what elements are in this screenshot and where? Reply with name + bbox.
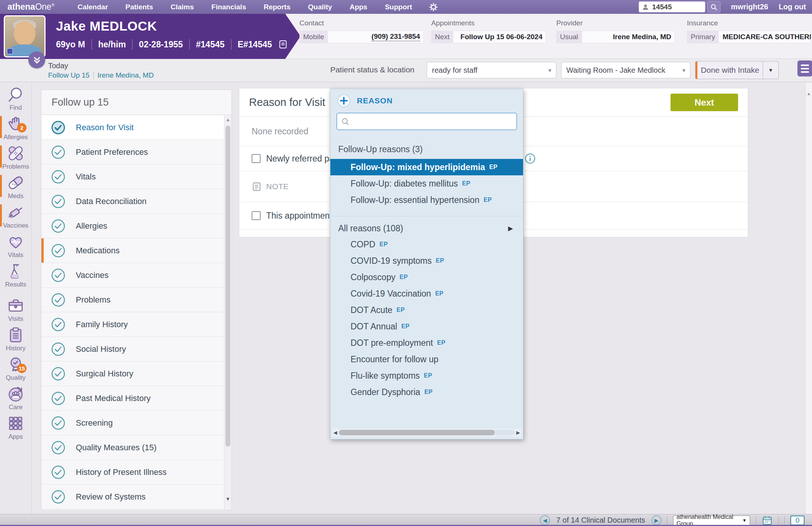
scrollbar-thumb[interactable] xyxy=(225,126,230,447)
reason-option-flu-like-symptoms[interactable]: Flu-like symptoms EP xyxy=(330,367,523,384)
checklist-item-medications[interactable]: Medications xyxy=(41,238,224,263)
scroll-up-icon[interactable]: ▲ xyxy=(224,117,231,122)
checklist-item-screening[interactable]: Screening xyxy=(41,411,224,435)
sidebar-item-history[interactable]: History xyxy=(0,325,31,354)
top-nav: athenaOne® Calendar Patients Claims Fina… xyxy=(0,0,812,14)
this-appointment-checkbox[interactable] xyxy=(252,211,261,220)
sidebar-item-results[interactable]: Results xyxy=(0,261,31,290)
checklist-item-family-history[interactable]: Family History xyxy=(41,312,224,337)
username[interactable]: mwright26 xyxy=(731,3,768,11)
scroll-down-icon[interactable]: ▼ xyxy=(224,496,231,502)
checklist-item-surgical-history[interactable]: Surgical History xyxy=(41,361,224,386)
checklist-scrollbar[interactable]: ▲ ▼ xyxy=(224,115,231,510)
sidebar-item-problems[interactable]: Problems xyxy=(0,143,31,172)
nav-support[interactable]: Support xyxy=(385,3,412,11)
checklist-item-history-of-present-illness[interactable]: History of Present Illness xyxy=(41,460,224,485)
add-reason-button[interactable]: REASON xyxy=(330,89,523,108)
scroll-right-icon[interactable]: ▶ xyxy=(515,430,521,435)
intake-dropdown-caret[interactable]: ▼ xyxy=(763,62,778,79)
previous-document-button[interactable]: ◀ xyxy=(540,515,550,525)
reason-option-text: Colposcopy xyxy=(351,272,395,282)
reason-search-box[interactable] xyxy=(336,113,517,130)
reason-option-colposcopy[interactable]: Colposcopy EP xyxy=(330,269,523,285)
nav-patients[interactable]: Patients xyxy=(125,3,153,11)
sidebar-item-visits[interactable]: Visits xyxy=(0,295,31,325)
checklist-item-data-reconciliation[interactable]: Data Reconciliation xyxy=(41,189,224,214)
nav-claims[interactable]: Claims xyxy=(171,3,194,11)
sidebar-item-meds[interactable]: Meds xyxy=(0,172,31,202)
reason-search-input[interactable] xyxy=(353,117,513,126)
sidebar-item-quality[interactable]: Quality 15 xyxy=(0,354,31,383)
sidebar-item-allergies[interactable]: Allergies 2 xyxy=(0,113,31,143)
all-reasons-expandable[interactable]: All reasons (108) ▶ xyxy=(330,220,523,236)
nav-reports[interactable]: Reports xyxy=(264,3,290,11)
mobile-value[interactable]: (909) 231-9854 xyxy=(371,32,420,41)
briefcase-icon xyxy=(7,297,24,314)
sidebar-item-apps[interactable]: Apps xyxy=(0,413,31,442)
task-counter-box[interactable]: 0 xyxy=(790,516,805,525)
checklist-item-problems[interactable]: Problems xyxy=(41,288,224,312)
sidebar-item-vaccines[interactable]: Vaccines xyxy=(0,202,31,231)
next-document-button[interactable]: ▶ xyxy=(651,515,662,525)
provider-link[interactable]: Irene Medina, MD xyxy=(97,71,154,79)
scroll-left-icon[interactable]: ◀ xyxy=(332,430,338,435)
checklist-item-past-medical-history[interactable]: Past Medical History xyxy=(41,386,224,411)
reason-option-encounter-for-follow-up[interactable]: Encounter for follow up xyxy=(330,351,523,367)
next-button[interactable]: Next xyxy=(671,94,738,111)
reason-option-covid19-symptoms[interactable]: COVID-19 symptoms EP xyxy=(330,253,523,269)
nav-quality[interactable]: Quality xyxy=(308,3,332,11)
nav-apps[interactable]: Apps xyxy=(349,3,367,11)
patient-note-icon[interactable] xyxy=(278,40,288,49)
checklist-item-vaccines[interactable]: Vaccines xyxy=(41,263,224,288)
nav-financials[interactable]: Financials xyxy=(211,3,246,11)
sidebar-item-find[interactable]: Find xyxy=(0,84,31,113)
calendar-icon[interactable] xyxy=(762,515,773,526)
bottom-bar: ◀ 7 of 14 Clinical Documents ▶ athenahea… xyxy=(0,514,812,526)
scrollbar-track[interactable] xyxy=(338,430,515,435)
checklist-item-social-history[interactable]: Social History xyxy=(41,337,224,361)
scrollbar-thumb[interactable] xyxy=(339,430,495,435)
patient-status-select[interactable]: ready for staff ▼ xyxy=(427,62,556,78)
reason-option-dot-pre-employment[interactable]: DOT pre-employment EP xyxy=(330,335,523,351)
athenaone-logo[interactable]: athenaOne® xyxy=(7,2,55,12)
hamburger-menu-icon[interactable] xyxy=(797,60,812,76)
patient-location-select[interactable]: Waiting Room - Jake Medlock ▼ xyxy=(561,62,690,78)
info-icon[interactable] xyxy=(525,153,536,164)
reason-option-diabetes-mellitus[interactable]: Follow-Up: diabetes mellitus EP xyxy=(330,175,523,192)
page-scrollbar[interactable]: ▲ xyxy=(805,83,812,514)
search-input[interactable] xyxy=(652,3,697,11)
checklist-item-patient-preferences[interactable]: Patient Preferences xyxy=(41,140,224,165)
checklist-item-allergies[interactable]: Allergies xyxy=(41,214,224,238)
checklist-item-quality-measures[interactable]: Quality Measures (15) xyxy=(41,435,224,460)
patient-search-box[interactable] xyxy=(639,1,705,12)
nav-calendar[interactable]: Calendar xyxy=(78,3,108,11)
checklist-item-review-of-systems[interactable]: Review of Systems xyxy=(41,485,224,509)
syringe-icon xyxy=(7,204,24,221)
medical-group-select[interactable]: athenahealth Medical Group ▼ xyxy=(673,516,750,525)
encounter-link[interactable]: Follow Up 15 xyxy=(48,71,90,79)
reason-option-gender-dysphoria[interactable]: Gender Dysphoria EP xyxy=(330,384,523,400)
reason-option-essential-hypertension[interactable]: Follow-Up: essential hypertension EP xyxy=(330,192,523,208)
dropdown-horizontal-scrollbar[interactable]: ◀ ▶ xyxy=(332,429,521,436)
expand-banner-button[interactable] xyxy=(28,51,45,68)
done-with-intake-button[interactable]: Done with Intake ▼ xyxy=(695,61,779,79)
search-button[interactable] xyxy=(707,1,721,13)
reason-option-copd[interactable]: COPD EP xyxy=(330,236,523,253)
logout-link[interactable]: Log out xyxy=(779,3,806,11)
reason-option-covid19-vaccination[interactable]: Covid-19 Vaccination EP xyxy=(330,285,523,302)
sidebar-item-vitals[interactable]: Vitals xyxy=(0,231,31,261)
checklist-item-vitals[interactable]: Vitals xyxy=(41,165,224,189)
reason-option-dot-annual[interactable]: DOT Annual EP xyxy=(330,318,523,335)
scroll-up-icon[interactable]: ▲ xyxy=(806,91,812,96)
ep-tag: EP xyxy=(489,164,497,170)
patient-photo[interactable] xyxy=(4,15,46,57)
sidebar-item-care[interactable]: Care xyxy=(0,383,31,413)
patient-id: #14545 xyxy=(196,40,225,50)
sidebar-item-label: History xyxy=(6,345,26,352)
checklist-item-reason-for-visit[interactable]: Reason for Visit xyxy=(41,115,224,140)
reason-option-mixed-hyperlipidemia[interactable]: Follow-Up: mixed hyperlipidemia EP xyxy=(330,159,523,175)
reason-option-text: Follow-Up: essential hypertension xyxy=(351,195,479,205)
gear-icon[interactable] xyxy=(429,2,438,12)
newly-referred-checkbox[interactable] xyxy=(252,154,261,163)
reason-option-dot-acute[interactable]: DOT Acute EP xyxy=(330,302,523,318)
